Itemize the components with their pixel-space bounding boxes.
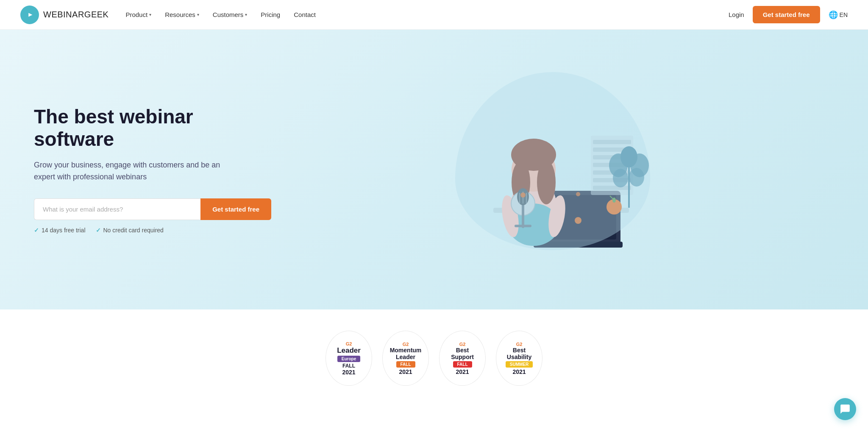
nav-product[interactable]: Product ▾ <box>125 11 151 18</box>
badge-momentum: G2 Momentum Leader FALL 2021 <box>382 331 429 386</box>
badge-num-1: 2021 <box>342 369 355 376</box>
email-input[interactable] <box>34 198 200 220</box>
badge-best-support: G2 Best Support FALL 2021 <box>439 331 486 386</box>
badge-main-4b: Usability <box>507 354 531 360</box>
badge-main-3a: Best <box>456 347 469 354</box>
nav-resources[interactable]: Resources ▾ <box>165 11 199 18</box>
hero-illustration <box>271 68 834 271</box>
badge-main-4a: Best <box>513 347 526 354</box>
chevron-down-icon: ▾ <box>197 12 199 17</box>
nav-pricing[interactable]: Pricing <box>261 11 280 18</box>
badges-section: G2 Leader Europe FALL 2021 G2 Momentum L… <box>0 309 868 399</box>
checkmark-icon: ✓ <box>96 227 101 234</box>
navbar-left: WEBINARGEEK Product ▾ Resources ▾ Custom… <box>20 6 316 24</box>
badge-sub-1: Europe <box>337 356 360 362</box>
badge-main-2a: Momentum <box>390 347 422 354</box>
badge-sub-3: FALL <box>453 361 472 368</box>
badge-main-2b: Leader <box>396 354 415 360</box>
navbar-right: Login Get started free 🌐 EN <box>729 6 848 23</box>
badge-best-usability: G2 Best Usability SUMMER 2021 <box>496 331 542 386</box>
nav-customers[interactable]: Customers ▾ <box>213 11 248 18</box>
get-started-hero-button[interactable]: Get started free <box>200 198 271 220</box>
globe-icon: 🌐 <box>829 10 838 20</box>
g2-label-3: G2 <box>459 342 466 347</box>
logo-icon <box>20 6 39 24</box>
logo[interactable]: WEBINARGEEK <box>20 6 108 24</box>
hero-checks: ✓ 14 days free trial ✓ No credit card re… <box>34 227 271 234</box>
hero-content: The best webinar software Grow your busi… <box>34 106 271 234</box>
badge-sub-2: FALL <box>396 361 415 368</box>
logo-text: WEBINARGEEK <box>43 10 108 20</box>
hero-section: The best webinar software Grow your busi… <box>0 30 868 309</box>
trial-check: ✓ 14 days free trial <box>34 227 86 234</box>
badge-num-2: 2021 <box>399 368 412 375</box>
g2-label-4: G2 <box>516 342 523 347</box>
checkmark-icon: ✓ <box>34 227 39 234</box>
nav-contact[interactable]: Contact <box>294 11 316 18</box>
chevron-down-icon: ▾ <box>149 12 151 17</box>
login-link[interactable]: Login <box>729 11 744 18</box>
language-selector[interactable]: 🌐 EN <box>829 10 848 20</box>
badge-num-4: 2021 <box>512 368 526 375</box>
navbar: WEBINARGEEK Product ▾ Resources ▾ Custom… <box>0 0 868 30</box>
hero-form: Get started free <box>34 198 271 220</box>
nav-links: Product ▾ Resources ▾ Customers ▾ Pricin… <box>125 11 316 18</box>
hero-title: The best webinar software <box>34 106 271 151</box>
g2-label-2: G2 <box>403 342 409 347</box>
badge-num-3: 2021 <box>456 368 469 375</box>
badge-leader-europe: G2 Leader Europe FALL 2021 <box>326 331 372 386</box>
badge-main-3b: Support <box>451 354 474 360</box>
chevron-down-icon: ▾ <box>245 12 247 17</box>
get-started-nav-button[interactable]: Get started free <box>753 6 820 23</box>
g2-label-1: G2 <box>346 341 352 346</box>
badge-main-1: Leader <box>337 346 361 355</box>
no-credit-check: ✓ No credit card required <box>96 227 164 234</box>
badge-year-1: FALL <box>342 363 355 369</box>
hero-subtitle: Grow your business, engage with customer… <box>34 159 237 184</box>
badge-sub-4: SUMMER <box>506 361 533 368</box>
